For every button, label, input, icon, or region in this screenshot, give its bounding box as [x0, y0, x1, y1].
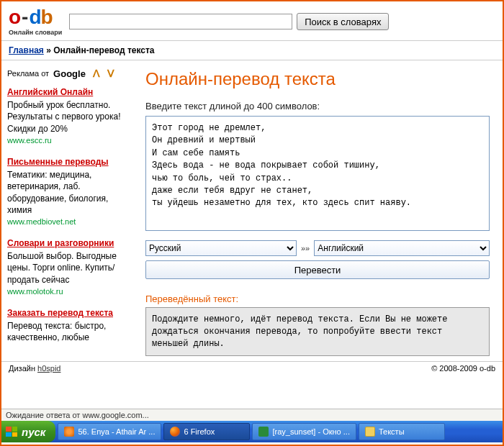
result-label: Переведённый текст: [145, 293, 490, 304]
windows-flag-icon [6, 427, 17, 437]
ad-url: www.molotok.ru [7, 287, 63, 296]
ad-body: Пробный урок бесплатно. Результаты с пер… [7, 100, 120, 133]
main-content: Онлайн-перевод текста Введите текст длин… [131, 60, 503, 361]
result-text: Подождите немного, идёт перевод текста. … [145, 307, 490, 356]
ad-title-link[interactable]: Английский Онлайн [7, 86, 125, 98]
search-button[interactable]: Поиск в словарях [297, 13, 389, 30]
folder-icon [365, 427, 375, 437]
windows-taskbar: пуск 56. Enya - Athair Ar ... 6 Firefox … [1, 421, 503, 442]
site-logo[interactable]: o-db Онлайн словари [9, 7, 62, 36]
ad-title-link[interactable]: Письменные переводы [7, 156, 125, 168]
breadcrumb: Главная » Онлайн-перевод текста [1, 40, 503, 60]
ad-body: Тематики: медицина, ветеринария, лаб. об… [7, 170, 108, 215]
lang-from-select[interactable]: Русский [145, 240, 297, 256]
page-title: Онлайн-перевод текста [145, 69, 490, 89]
page-footer: Дизайн h0spid © 2008-2009 o-db [1, 361, 503, 374]
ads-sidebar: Реклама от Google ᐱ ᐯ Английский Онлайн … [1, 60, 131, 361]
firefox-icon [170, 427, 180, 437]
ads-header: Реклама от Google ᐱ ᐯ [7, 68, 125, 79]
browser-status-bar: Ожидание ответа от www.google.com... [1, 409, 503, 421]
designer-link[interactable]: h0spid [37, 364, 60, 373]
copyright: © 2008-2009 o-db [431, 364, 495, 373]
source-text-input[interactable]: Этот город не дремлет, Он древний и мерт… [145, 116, 490, 231]
logo-subtitle: Онлайн словари [9, 29, 62, 36]
ad-block: Заказать перевод текста Перевод текста: … [7, 307, 125, 344]
ad-url: www.escc.ru [7, 136, 52, 145]
ad-block: Словари и разговорники Большой выбор. Вы… [7, 237, 125, 297]
header: o-db Онлайн словари Поиск в словарях [1, 1, 503, 40]
translate-button[interactable]: Перевести [145, 260, 490, 279]
ad-url: www.medbiovet.net [7, 217, 76, 226]
ad-title-link[interactable]: Словари и разговорники [7, 237, 125, 249]
ad-body: Большой выбор. Выгодные цены. Торги onli… [7, 251, 117, 284]
breadcrumb-home[interactable]: Главная [9, 45, 44, 55]
ads-nav-arrows[interactable]: ᐱ ᐯ [93, 68, 117, 79]
ad-body: Перевод текста: быстро, качественно, люб… [7, 321, 106, 342]
ad-block: Английский Онлайн Пробный урок бесплатно… [7, 86, 125, 146]
ad-title-link[interactable]: Заказать перевод текста [7, 307, 125, 319]
taskbar-item[interactable]: [ray_sunset] - Окно ... [252, 423, 356, 440]
start-button[interactable]: пуск [1, 421, 55, 442]
input-label: Введите текст длиной до 400 символов: [145, 101, 490, 112]
breadcrumb-current: Онлайн-перевод текста [53, 45, 154, 55]
wmp-icon [64, 427, 74, 437]
taskbar-item[interactable]: 6 Firefox [163, 423, 250, 440]
taskbar-item[interactable]: Тексты [359, 423, 445, 440]
lang-separator: »» [301, 244, 310, 252]
excel-icon [258, 427, 269, 437]
taskbar-item[interactable]: 56. Enya - Athair Ar ... [58, 423, 161, 440]
search-input[interactable] [69, 14, 292, 29]
ad-block: Письменные переводы Тематики: медицина, … [7, 156, 125, 227]
lang-to-select[interactable]: Английский [314, 240, 490, 256]
